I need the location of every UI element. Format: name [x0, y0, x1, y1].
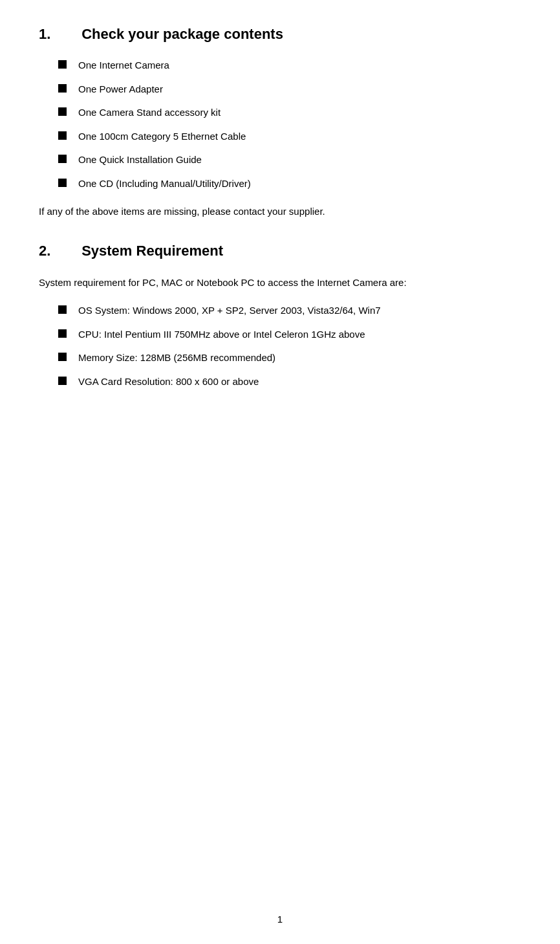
- section-2-title: System Requirement: [81, 243, 223, 259]
- bullet-icon: [58, 353, 67, 361]
- bullet-icon: [58, 305, 67, 314]
- system-req-list: OS System: Windows 2000, XP + SP2, Serve…: [39, 303, 521, 389]
- bullet-icon: [58, 84, 67, 93]
- system-req-intro: System requirement for PC, MAC or Notebo…: [39, 275, 521, 291]
- section-2-number: 2.: [39, 243, 78, 259]
- list-item: One 100cm Category 5 Ethernet Cable: [39, 129, 521, 144]
- list-item-text: One 100cm Category 5 Ethernet Cable: [78, 129, 246, 144]
- section-1: 1. Check your package contents One Inter…: [39, 26, 521, 219]
- list-item-text: Memory Size: 128MB (256MB recommended): [78, 351, 275, 366]
- list-item: One Internet Camera: [39, 58, 521, 73]
- bullet-icon: [58, 179, 67, 187]
- list-item: OS System: Windows 2000, XP + SP2, Serve…: [39, 303, 521, 318]
- section-1-number: 1.: [39, 26, 78, 43]
- bullet-icon: [58, 107, 67, 116]
- list-item-text: One Internet Camera: [78, 58, 169, 73]
- bullet-icon: [58, 131, 67, 140]
- list-item: One Camera Stand accessory kit: [39, 105, 521, 120]
- section-1-heading: 1. Check your package contents: [39, 26, 521, 43]
- list-item-text: One CD (Including Manual/Utility/Driver): [78, 177, 251, 192]
- list-item: One Power Adapter: [39, 82, 521, 97]
- list-item-text: One Camera Stand accessory kit: [78, 105, 221, 120]
- list-item: One CD (Including Manual/Utility/Driver): [39, 177, 521, 192]
- missing-notice: If any of the above items are missing, p…: [39, 204, 521, 219]
- bullet-icon: [58, 60, 67, 69]
- list-item-text: One Quick Installation Guide: [78, 153, 202, 168]
- bullet-icon: [58, 155, 67, 163]
- list-item-text: VGA Card Resolution: 800 x 600 or above: [78, 375, 259, 390]
- page-footer: 1: [0, 914, 560, 925]
- list-item-text: OS System: Windows 2000, XP + SP2, Serve…: [78, 303, 381, 318]
- list-item-text: CPU: Intel Pentium III 750MHz above or I…: [78, 327, 365, 342]
- list-item-text: One Power Adapter: [78, 82, 163, 97]
- list-item: Memory Size: 128MB (256MB recommended): [39, 351, 521, 366]
- list-item: CPU: Intel Pentium III 750MHz above or I…: [39, 327, 521, 342]
- list-item: One Quick Installation Guide: [39, 153, 521, 168]
- page-number: 1: [277, 914, 283, 925]
- package-contents-list: One Internet CameraOne Power AdapterOne …: [39, 58, 521, 191]
- bullet-icon: [58, 377, 67, 385]
- bullet-icon: [58, 329, 67, 338]
- list-item: VGA Card Resolution: 800 x 600 or above: [39, 375, 521, 390]
- section-2: 2. System Requirement System requirement…: [39, 243, 521, 389]
- section-2-heading: 2. System Requirement: [39, 243, 521, 259]
- section-1-title: Check your package contents: [81, 26, 283, 42]
